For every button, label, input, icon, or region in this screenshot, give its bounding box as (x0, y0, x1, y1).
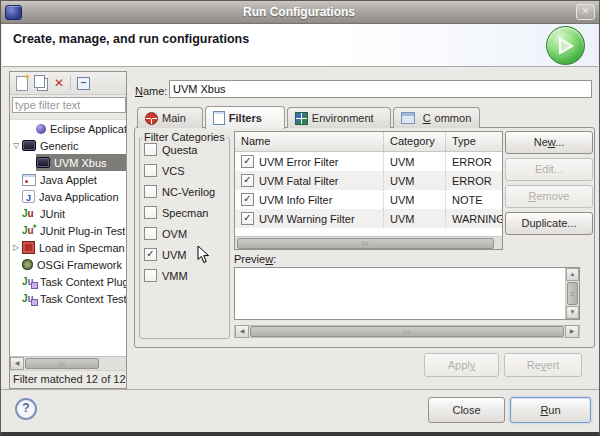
column-header-name[interactable]: Name (235, 132, 384, 151)
scrollbar-thumb[interactable]: ||| (237, 238, 494, 249)
filter-category-specman[interactable]: Specman (144, 206, 208, 219)
table-horizontal-scrollbar[interactable]: ||| (235, 236, 502, 249)
scroll-up-icon[interactable]: ▲ (566, 268, 579, 281)
tree-item-label: JUnit Plug-in Test (40, 225, 125, 237)
checkbox-label: UVM (162, 249, 186, 261)
table-row[interactable]: ✓UVM Info Filter UVM NOTE (235, 190, 502, 209)
expanded-arrow-icon[interactable]: ▽ (10, 141, 22, 150)
scrollbar-thumb[interactable]: ||| (25, 358, 99, 369)
edit-filter-button[interactable]: Edit... (505, 158, 593, 181)
tree-item[interactable]: ▷Load in Specman (10, 239, 126, 256)
tree-item-label: OSGi Framework (37, 259, 122, 271)
tree-item-label: UVM Xbus (54, 157, 107, 169)
tree-item[interactable]: Java Applet (10, 171, 126, 188)
tree-item[interactable]: JUnit (10, 205, 126, 222)
tab-common[interactable]: Common (393, 107, 481, 128)
filter-category-questa[interactable]: Questa (144, 143, 197, 156)
tree-item[interactable]: Java Application (10, 188, 126, 205)
row-checkbox[interactable]: ✓ (241, 174, 254, 187)
new-launch-config-icon[interactable]: ✦ (16, 76, 28, 91)
run-button[interactable]: Run (510, 397, 591, 423)
scroll-right-icon[interactable]: ▶ (565, 325, 579, 338)
close-window-icon[interactable]: ✕ (576, 4, 595, 20)
run-banner-button[interactable] (546, 26, 585, 65)
remove-filter-button[interactable]: Remove (505, 185, 593, 208)
tree-item-selected[interactable]: UVM Xbus (10, 154, 126, 171)
row-checkbox[interactable]: ✓ (241, 212, 254, 225)
java-application-icon (22, 190, 35, 203)
filter-category-ovm[interactable]: OVM (144, 227, 187, 240)
tree-item[interactable]: Task Context Test (10, 290, 126, 307)
filter-category-vcs[interactable]: VCS (144, 164, 185, 177)
tree-item[interactable]: OSGi Framework (10, 256, 126, 273)
scroll-left-icon[interactable]: ◀ (235, 325, 249, 338)
filter-category-uvm[interactable]: ✓UVM (144, 248, 186, 261)
label-part: : (273, 253, 276, 265)
preview-label: Preview: (234, 253, 276, 265)
cell-category: UVM (384, 190, 446, 209)
filter-category-vmm[interactable]: VMM (144, 269, 188, 282)
column-header-type[interactable]: Type (446, 132, 502, 151)
tab-label-mnemonic: C (423, 112, 431, 124)
row-checkbox[interactable]: ✓ (241, 155, 254, 168)
revert-button[interactable]: Revert (504, 353, 582, 377)
scrollbar-thumb[interactable]: ≡ (567, 282, 578, 305)
duplicate-filter-button[interactable]: Duplicate... (505, 212, 593, 235)
table-row[interactable]: ✓UVM Warning Filter UVM WARNING (235, 209, 502, 228)
row-checkbox[interactable]: ✓ (241, 193, 254, 206)
checkbox[interactable] (144, 227, 157, 240)
cell-category: UVM (384, 152, 446, 171)
preview-textarea[interactable]: ▲ ≡ ▼ (234, 267, 580, 320)
preview-vertical-scrollbar[interactable]: ▲ ≡ ▼ (565, 268, 579, 319)
table-row[interactable]: ✓UVM Error Filter UVM ERROR (235, 152, 502, 171)
scroll-down-icon[interactable]: ▼ (566, 306, 579, 319)
collapse-all-icon[interactable]: − (77, 77, 90, 90)
tree-item-label: Java Applet (40, 174, 97, 186)
java-applet-icon (22, 174, 36, 186)
scrollbar-thumb[interactable]: ||| (250, 326, 564, 337)
checkbox-checked[interactable]: ✓ (144, 248, 157, 261)
preview-horizontal-scrollbar[interactable]: ◀ ||| ▶ (234, 325, 580, 338)
label-part: Previe (234, 253, 265, 265)
checkbox-label: NC-Verilog (162, 186, 215, 198)
new-star-glyph: ✦ (23, 72, 31, 82)
tree-item[interactable]: ✦JUnit Plug-in Test (10, 222, 126, 239)
sidebar-horizontal-scrollbar[interactable]: ◀ ||| (10, 356, 126, 370)
checkbox[interactable] (144, 164, 157, 177)
close-button[interactable]: Close (428, 397, 505, 423)
tab-main[interactable]: Main (137, 107, 203, 128)
type-filter-input[interactable] (12, 97, 126, 113)
filter-categories-title: Filter Categories (142, 131, 227, 143)
grip-glyph: ||| (404, 329, 411, 335)
checkbox[interactable] (144, 143, 157, 156)
checkbox[interactable] (144, 185, 157, 198)
column-header-category[interactable]: Category (384, 132, 446, 151)
filter-category-nc-verilog[interactable]: NC-Verilog (144, 185, 215, 198)
button-label: emove (536, 190, 569, 202)
title-bar[interactable]: Run Configurations ✕ (1, 1, 599, 24)
name-input[interactable] (169, 80, 592, 98)
task-box-glyph (31, 282, 38, 289)
delete-config-icon[interactable]: ✕ (54, 77, 64, 89)
grip-glyph: ||| (59, 361, 66, 367)
filters-tab-icon (213, 111, 225, 125)
tab-environment[interactable]: Environment (287, 107, 391, 128)
tab-filters[interactable]: Filters (205, 106, 285, 129)
help-button[interactable]: ? (15, 398, 37, 420)
task-context-plugin-icon (22, 276, 36, 287)
tree-item[interactable]: Eclipse Application (10, 120, 126, 137)
checkbox[interactable] (144, 269, 157, 282)
duplicate-config-icon[interactable] (34, 75, 45, 88)
tab-label: ommon (435, 112, 472, 124)
tree-item[interactable]: Task Context Plug (10, 273, 126, 290)
cell-name: UVM Error Filter (259, 156, 338, 168)
table-row[interactable]: ✓UVM Fatal Filter UVM ERROR (235, 171, 502, 190)
apply-button[interactable]: Apply (424, 353, 499, 377)
scroll-left-icon[interactable]: ◀ (10, 357, 24, 370)
tree-item[interactable]: ▽Generic (10, 137, 126, 154)
collapsed-arrow-icon[interactable]: ▷ (10, 243, 22, 252)
checkbox[interactable] (144, 206, 157, 219)
label-part: ame: (143, 85, 167, 97)
new-filter-button[interactable]: New... (505, 131, 593, 154)
name-label: Name: (135, 85, 167, 97)
